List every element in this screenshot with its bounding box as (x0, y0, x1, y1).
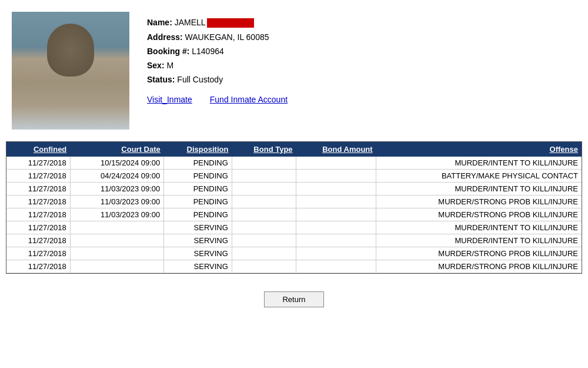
cell-bond-type (232, 183, 296, 195)
visit-inmate-link[interactable]: Visit_Inmate (147, 95, 192, 104)
cell-disposition: SERVING (164, 234, 232, 247)
status-row: Status: Full Custody (147, 75, 288, 84)
cell-offense: MURDER/STRONG PROB KILL/INJURE (376, 195, 582, 208)
cell-disposition: SERVING (164, 260, 232, 273)
cell-bond-amount (296, 170, 376, 183)
cell-confined: 11/27/2018 (6, 260, 70, 273)
cell-confined: 11/27/2018 (6, 247, 70, 260)
table-row: 11/27/2018SERVINGMURDER/STRONG PROB KILL… (6, 260, 582, 273)
status-value: Full Custody (177, 75, 223, 84)
profile-links: Visit_Inmate Fund Inmate Account (147, 95, 288, 104)
cell-confined: 11/27/2018 (6, 221, 70, 234)
table-body: 11/27/201810/15/2024 09:00PENDINGMURDER/… (6, 157, 582, 273)
table-row: 11/27/201810/15/2024 09:00PENDINGMURDER/… (6, 157, 582, 170)
return-button[interactable]: Return (264, 291, 323, 307)
cell-court-date: 04/24/2024 09:00 (70, 170, 163, 183)
cell-confined: 11/27/2018 (6, 195, 70, 208)
cell-confined: 11/27/2018 (6, 208, 70, 221)
name-value: JAMELL (175, 18, 206, 27)
cell-offense: MURDER/STRONG PROB KILL/INJURE (376, 247, 582, 260)
charges-table: Confined Court Date Disposition Bond Typ… (6, 142, 582, 273)
cell-bond-amount (296, 221, 376, 234)
booking-value: L140964 (192, 47, 224, 56)
booking-row: Booking #: L140964 (147, 47, 288, 56)
cell-offense: MURDER/STRONG PROB KILL/INJURE (376, 260, 582, 273)
return-section: Return (0, 291, 588, 307)
cell-court-date: 11/03/2023 09:00 (70, 208, 163, 221)
table-header-row: Confined Court Date Disposition Bond Typ… (6, 142, 582, 157)
cell-disposition: PENDING (164, 157, 232, 170)
status-label: Status: (147, 75, 175, 84)
sex-row: Sex: M (147, 61, 288, 70)
cell-bond-amount (296, 247, 376, 260)
address-label: Address: (147, 32, 183, 42)
cell-disposition: PENDING (164, 195, 232, 208)
cell-disposition: PENDING (164, 170, 232, 183)
cell-confined: 11/27/2018 (6, 183, 70, 195)
col-header-court-date: Court Date (70, 142, 163, 157)
sex-label: Sex: (147, 61, 165, 70)
col-header-bond-type: Bond Type (232, 142, 296, 157)
cell-court-date (70, 234, 163, 247)
cell-disposition: SERVING (164, 221, 232, 234)
cell-court-date: 11/03/2023 09:00 (70, 183, 163, 195)
cell-confined: 11/27/2018 (6, 234, 70, 247)
cell-offense: MURDER/INTENT TO KILL/INJURE (376, 157, 582, 170)
cell-bond-amount (296, 234, 376, 247)
table-row: 11/27/2018SERVINGMURDER/INTENT TO KILL/I… (6, 221, 582, 234)
charges-table-section: Confined Court Date Disposition Bond Typ… (6, 141, 582, 274)
cell-offense: MURDER/STRONG PROB KILL/INJURE (376, 208, 582, 221)
cell-disposition: PENDING (164, 183, 232, 195)
cell-offense: MURDER/INTENT TO KILL/INJURE (376, 183, 582, 195)
cell-bond-type (232, 234, 296, 247)
cell-offense: BATTERY/MAKE PHYSICAL CONTACT (376, 170, 582, 183)
profile-section: Name: JAMELL Address: WAUKEGAN, IL 60085… (0, 0, 588, 135)
col-header-bond-amount: Bond Amount (296, 142, 376, 157)
table-row: 11/27/201811/03/2023 09:00PENDINGMURDER/… (6, 183, 582, 195)
fund-inmate-link[interactable]: Fund Inmate Account (210, 95, 288, 104)
cell-court-date: 11/03/2023 09:00 (70, 195, 163, 208)
col-header-disposition: Disposition (164, 142, 232, 157)
cell-confined: 11/27/2018 (6, 170, 70, 183)
table-row: 11/27/201804/24/2024 09:00PENDINGBATTERY… (6, 170, 582, 183)
cell-bond-amount (296, 183, 376, 195)
profile-info: Name: JAMELL Address: WAUKEGAN, IL 60085… (147, 12, 288, 104)
cell-bond-type (232, 208, 296, 221)
cell-court-date: 10/15/2024 09:00 (70, 157, 163, 170)
table-row: 11/27/201811/03/2023 09:00PENDINGMURDER/… (6, 195, 582, 208)
cell-offense: MURDER/INTENT TO KILL/INJURE (376, 234, 582, 247)
cell-bond-type (232, 157, 296, 170)
cell-bond-amount (296, 260, 376, 273)
cell-court-date (70, 221, 163, 234)
cell-bond-type (232, 221, 296, 234)
name-redacted (207, 18, 254, 28)
table-row: 11/27/2018SERVINGMURDER/STRONG PROB KILL… (6, 247, 582, 260)
booking-label: Booking #: (147, 47, 189, 56)
col-header-confined: Confined (6, 142, 70, 157)
cell-bond-amount (296, 208, 376, 221)
mugshot-photo (12, 12, 129, 130)
address-row: Address: WAUKEGAN, IL 60085 (147, 32, 288, 42)
cell-disposition: PENDING (164, 208, 232, 221)
table-row: 11/27/2018SERVINGMURDER/INTENT TO KILL/I… (6, 234, 582, 247)
cell-confined: 11/27/2018 (6, 157, 70, 170)
name-row: Name: JAMELL (147, 18, 288, 28)
cell-bond-type (232, 170, 296, 183)
col-header-offense: Offense (376, 142, 582, 157)
address-value: WAUKEGAN, IL 60085 (185, 32, 269, 42)
cell-bond-amount (296, 157, 376, 170)
cell-court-date (70, 247, 163, 260)
name-label: Name: (147, 18, 172, 27)
table-row: 11/27/201811/03/2023 09:00PENDINGMURDER/… (6, 208, 582, 221)
cell-offense: MURDER/INTENT TO KILL/INJURE (376, 221, 582, 234)
cell-bond-type (232, 260, 296, 273)
cell-disposition: SERVING (164, 247, 232, 260)
cell-bond-amount (296, 195, 376, 208)
cell-court-date (70, 260, 163, 273)
cell-bond-type (232, 247, 296, 260)
sex-value: M (166, 61, 173, 70)
cell-bond-type (232, 195, 296, 208)
